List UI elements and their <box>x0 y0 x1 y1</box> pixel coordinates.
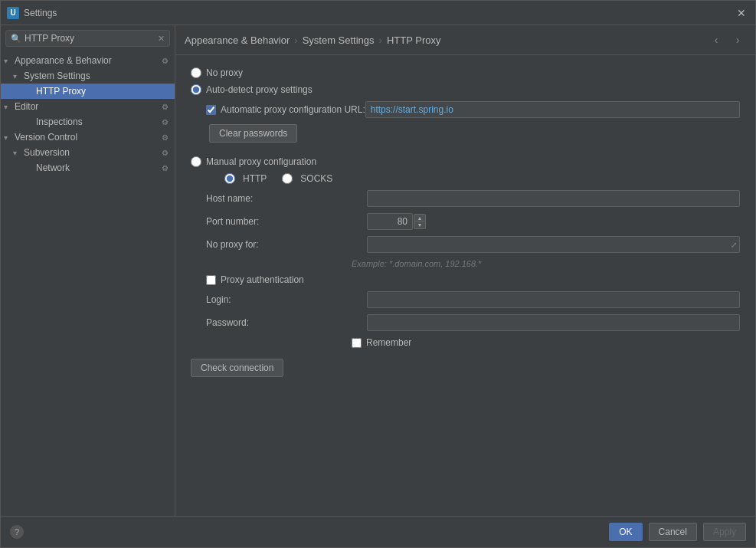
sidebar-item-label: HTTP Proxy <box>36 86 169 97</box>
sidebar-tree: ▾ Appearance & Behavior ⚙ ▾ System Setti… <box>1 51 175 516</box>
panel-content: No proxy Auto-detect proxy settings Auto… <box>175 55 755 516</box>
apply-button[interactable]: Apply <box>703 523 746 541</box>
manual-proxy-row: Manual proxy configuration <box>191 156 740 167</box>
port-number-label: Port number: <box>206 216 367 227</box>
search-input[interactable] <box>25 33 158 44</box>
host-name-label: Host name: <box>206 193 367 204</box>
sidebar-item-version-control[interactable]: ▾ Version Control ⚙ <box>1 130 175 145</box>
search-icon: 🔍 <box>11 34 21 44</box>
bottom-bar: ? OK Cancel Apply <box>1 516 755 547</box>
help-button[interactable]: ? <box>10 525 24 539</box>
breadcrumb-bar: Appearance & Behavior › System Settings … <box>175 25 755 55</box>
gear-icon: ⚙ <box>162 164 169 172</box>
sidebar-item-http-proxy[interactable]: HTTP Proxy <box>1 84 175 99</box>
nav-forward-button[interactable]: › <box>729 31 746 48</box>
sidebar-item-label: Editor <box>15 101 159 112</box>
no-proxy-for-label: No proxy for: <box>206 239 367 250</box>
host-name-input[interactable] <box>367 190 740 207</box>
right-panel: Appearance & Behavior › System Settings … <box>175 25 755 516</box>
manual-proxy-radio[interactable] <box>191 156 201 167</box>
auto-config-row: Automatic proxy configuration URL: <box>191 101 740 118</box>
breadcrumb-sep-2: › <box>379 34 382 46</box>
tree-arrow: ▾ <box>13 149 22 157</box>
nav-back-button[interactable]: ‹ <box>708 31 725 48</box>
auto-config-checkbox-label: Automatic proxy configuration URL: <box>206 104 365 115</box>
clear-passwords-button[interactable]: Clear passwords <box>209 124 297 143</box>
port-number-input[interactable] <box>367 213 413 230</box>
breadcrumb: Appearance & Behavior › System Settings … <box>185 34 441 46</box>
close-button[interactable]: ✕ <box>734 5 749 21</box>
login-input[interactable] <box>367 291 740 308</box>
password-label: Password: <box>206 317 367 328</box>
auto-detect-label: Auto-detect proxy settings <box>206 84 313 95</box>
breadcrumb-sep-1: › <box>294 34 297 46</box>
auto-config-url-input[interactable] <box>365 101 740 118</box>
breadcrumb-part-3: HTTP Proxy <box>387 34 441 46</box>
expand-icon[interactable]: ⤢ <box>731 241 737 249</box>
gear-icon: ⚙ <box>162 149 169 157</box>
gear-icon: ⚙ <box>162 133 169 142</box>
sidebar-item-subversion[interactable]: ▾ Subversion ⚙ <box>1 145 175 160</box>
no-proxy-row: No proxy <box>191 67 740 78</box>
tree-arrow: ▾ <box>4 133 13 142</box>
port-input-wrap: ▲ ▼ <box>367 213 426 230</box>
proxy-auth-row: Proxy authentication <box>191 274 740 285</box>
remember-checkbox[interactable] <box>352 338 362 348</box>
auto-detect-row: Auto-detect proxy settings <box>191 84 740 95</box>
tree-arrow: ▾ <box>4 103 13 111</box>
tree-arrow: ▾ <box>13 72 22 80</box>
cancel-button[interactable]: Cancel <box>649 523 697 541</box>
manual-proxy-label: Manual proxy configuration <box>206 156 316 167</box>
search-box: 🔍 ✕ <box>5 30 170 47</box>
check-connection-row: Check connection <box>191 359 740 377</box>
login-row: Login: <box>191 291 740 308</box>
sidebar-item-label: Subversion <box>24 147 159 158</box>
password-row: Password: <box>191 314 740 331</box>
socks-label: SOCKS <box>300 173 332 184</box>
main-content: 🔍 ✕ ▾ Appearance & Behavior ⚙ ▾ System S… <box>1 25 755 516</box>
tree-arrow: ▾ <box>4 57 13 65</box>
no-proxy-label: No proxy <box>206 67 243 78</box>
socks-radio-label: SOCKS <box>282 173 332 184</box>
breadcrumb-part-2: System Settings <box>303 34 375 46</box>
sidebar-item-label: Version Control <box>15 132 159 143</box>
breadcrumb-part-1: Appearance & Behavior <box>185 34 290 46</box>
sidebar-item-label: System Settings <box>24 71 169 81</box>
gear-icon: ⚙ <box>162 118 169 126</box>
sidebar-item-network[interactable]: Network ⚙ <box>1 160 175 176</box>
auto-config-checkbox[interactable] <box>206 105 216 115</box>
settings-window: U Settings ✕ 🔍 ✕ ▾ Appearance & Behavior… <box>0 0 756 548</box>
app-icon: U <box>7 7 19 19</box>
check-connection-button[interactable]: Check connection <box>191 359 283 377</box>
no-proxy-radio[interactable] <box>191 67 201 78</box>
sidebar-item-label: Network <box>36 162 159 173</box>
socks-radio[interactable] <box>282 173 293 184</box>
port-decrement-button[interactable]: ▼ <box>414 221 426 229</box>
sidebar-item-editor[interactable]: ▾ Editor ⚙ <box>1 99 175 114</box>
no-proxy-for-input[interactable] <box>367 236 740 253</box>
http-label: HTTP <box>243 173 267 184</box>
gear-icon: ⚙ <box>162 103 169 111</box>
password-input[interactable] <box>367 314 740 331</box>
http-radio-label: HTTP <box>224 173 267 184</box>
sidebar-item-system-settings[interactable]: ▾ System Settings <box>1 68 175 84</box>
port-number-row: Port number: ▲ ▼ <box>191 213 740 230</box>
ok-button[interactable]: OK <box>609 523 642 541</box>
remember-label: Remember <box>366 337 411 348</box>
window-title: Settings <box>24 8 734 18</box>
proxy-auth-label: Proxy authentication <box>221 274 304 285</box>
host-name-row: Host name: <box>191 190 740 207</box>
bottom-buttons: OK Cancel Apply <box>609 523 746 541</box>
auto-config-label: Automatic proxy configuration URL: <box>221 104 365 115</box>
http-radio[interactable] <box>224 173 235 184</box>
sidebar-item-appearance-behavior[interactable]: ▾ Appearance & Behavior ⚙ <box>1 53 175 68</box>
search-clear-icon[interactable]: ✕ <box>158 34 165 44</box>
proxy-auth-checkbox[interactable] <box>206 275 216 285</box>
sidebar-item-inspections[interactable]: Inspections ⚙ <box>1 114 175 130</box>
no-proxy-for-row: No proxy for: ⤢ <box>191 236 740 253</box>
auto-detect-radio[interactable] <box>191 84 201 95</box>
breadcrumb-nav: ‹ › <box>708 31 746 48</box>
no-proxy-input-wrap: ⤢ <box>367 236 740 253</box>
port-spinner: ▲ ▼ <box>414 214 426 229</box>
port-increment-button[interactable]: ▲ <box>414 214 426 221</box>
